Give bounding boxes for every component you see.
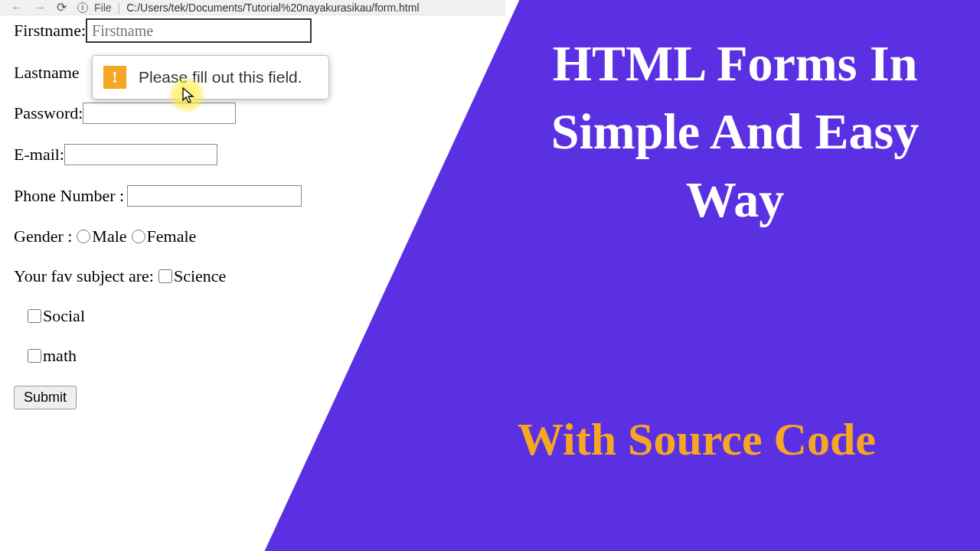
browser-toolbar: ← → ⟳ i File | C:/Users/tek/Documents/Tu… bbox=[0, 0, 505, 15]
firstname-label: Firstname: bbox=[14, 21, 86, 41]
reload-icon[interactable]: ⟳ bbox=[57, 2, 67, 14]
forward-icon[interactable]: → bbox=[34, 2, 46, 14]
address-bar[interactable]: i File | C:/Users/tek/Documents/Tutorial… bbox=[77, 2, 420, 14]
fav-subject-label: Your fav subject are: bbox=[14, 266, 154, 286]
gender-label: Gender : bbox=[14, 227, 72, 246]
subject-science-label: Science bbox=[174, 266, 226, 286]
promo-subline: With Source Code bbox=[429, 413, 965, 466]
info-icon: i bbox=[77, 2, 88, 13]
submit-button[interactable]: Submit bbox=[14, 386, 77, 409]
gender-male-label: Male bbox=[92, 227, 126, 246]
gender-female-label: Female bbox=[147, 227, 197, 246]
phone-input[interactable] bbox=[127, 185, 302, 207]
validation-tooltip: ! Please fill out this field. bbox=[92, 55, 329, 99]
subject-social-checkbox[interactable] bbox=[28, 309, 41, 323]
url-path: C:/Users/tek/Documents/Tutorial%20nayaku… bbox=[126, 2, 419, 14]
email-label: E-mail: bbox=[14, 145, 64, 165]
cursor-icon bbox=[182, 87, 196, 106]
back-icon[interactable]: ← bbox=[11, 2, 23, 14]
subject-math-checkbox[interactable] bbox=[28, 349, 41, 363]
validation-message: Please fill out this field. bbox=[139, 68, 302, 86]
subject-science-checkbox[interactable] bbox=[158, 269, 172, 283]
phone-label: Phone Number : bbox=[14, 186, 124, 206]
firstname-input[interactable] bbox=[86, 18, 312, 43]
password-input[interactable] bbox=[83, 103, 236, 124]
gender-male-radio[interactable] bbox=[77, 230, 90, 243]
file-scheme-label: File bbox=[94, 2, 112, 14]
lastname-label: Lastname bbox=[14, 63, 80, 83]
password-label: Password: bbox=[14, 103, 83, 123]
subject-math-label: math bbox=[43, 346, 77, 366]
subject-social-label: Social bbox=[43, 306, 85, 326]
gender-female-radio[interactable] bbox=[132, 230, 145, 243]
warning-icon: ! bbox=[103, 66, 126, 89]
promo-headline: HTML Forms In Simple And Easy Way bbox=[513, 29, 957, 233]
email-input[interactable] bbox=[64, 144, 217, 165]
